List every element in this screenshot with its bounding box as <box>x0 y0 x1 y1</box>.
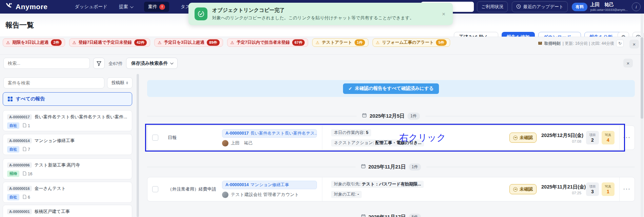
package-icon <box>538 41 542 46</box>
plan-badge: 有料 <box>572 3 587 11</box>
warning-triangle-icon: ⚠ <box>376 40 380 45</box>
case-link[interactable]: A-00000014マンション修繕工事 <box>222 181 317 189</box>
report-count: 7 <box>23 147 30 152</box>
document-icon <box>23 147 26 152</box>
case-name: マンション修繕工事 <box>35 138 75 144</box>
nav-dashboard[interactable]: ダッシュボード <box>75 4 107 10</box>
alert-pill[interactable]: ⚠予定7日以内で担当者未登録67件 <box>227 38 308 47</box>
report-date: 2025年12月5日(金) 07:08 <box>541 132 581 143</box>
calendar-icon <box>361 164 366 170</box>
report-fields: 本日の作業内容: 5 ネクストアクション: 配管工事・電線の引き... <box>322 129 509 146</box>
alert-count-badge: 42件 <box>134 39 147 46</box>
toast-message: 対象へのリンクがコピーされました。このリンクを貼り付けチャット等で共有することが… <box>212 15 414 21</box>
report-list: ✓未確認の報告をすべて確認済みにする 2025年12月5日 1件 日報 A-00… <box>147 74 635 217</box>
recent-updates-button[interactable]: 最近のアップデート <box>512 1 568 12</box>
case-name: テスト新築工事:高円寺 <box>35 162 80 168</box>
calendar-icon <box>361 214 366 217</box>
toast-link-copied: オブジェクトリンクコピー完了 対象へのリンクがコピーされました。このリンクを貼り… <box>188 3 453 25</box>
document-icon <box>23 171 26 177</box>
filter-funnel-icon[interactable] <box>93 58 105 69</box>
close-filter-row-button[interactable]: × <box>623 59 633 67</box>
alert-badge: ! <box>159 4 165 10</box>
case-search-input[interactable] <box>3 77 104 88</box>
toast-title: オブジェクトリンクコピー完了 <box>212 7 414 14</box>
calendar-icon <box>362 113 367 119</box>
case-id-badge: A-00000096 <box>7 162 32 168</box>
row-checkbox[interactable] <box>152 186 158 192</box>
case-name: 長い案件名テスト長い案件名テスト長い案件... <box>35 114 127 120</box>
case-id-badge: A-00000014 <box>7 138 32 143</box>
info-icon[interactable]: i <box>632 2 641 11</box>
anymore-logo-icon <box>5 2 13 11</box>
user-menu[interactable]: 上田 祐己 yuki.ueta+33333@anym... <box>590 2 628 12</box>
nav-proposals[interactable]: 提案 <box>119 4 133 10</box>
check-icon: ✓ <box>348 86 352 91</box>
warning-triangle-icon: ⚠ <box>158 40 161 45</box>
total-count: 全67件 <box>108 61 123 67</box>
alert-pill[interactable]: ⚠登録7日経過で予定日未登録42件 <box>69 38 150 47</box>
document-icon <box>23 195 26 200</box>
chevron-down-icon <box>130 5 134 8</box>
avatar <box>222 140 228 146</box>
page-scrollbar[interactable] <box>641 14 643 217</box>
alert-pill[interactable]: ⚠テストアラート1件 <box>312 38 368 47</box>
search-input[interactable] <box>3 58 90 69</box>
invite-badge: 招待 <box>7 171 19 177</box>
success-check-icon <box>195 7 207 20</box>
case-link[interactable]: A-00000017長い案件名テスト長い案件名テス... <box>222 129 317 138</box>
status-badge-unconfirmed[interactable]: 未確認 <box>509 184 537 194</box>
filter-row: 全67件 保存済み検索条件 × <box>0 54 644 73</box>
refresh-icon[interactable]: ↻ <box>616 40 624 47</box>
minus-circle-icon <box>513 136 518 140</box>
sort-carets-icon <box>126 81 128 84</box>
usage-status-button[interactable]: ご利用状況 <box>477 1 508 12</box>
scrollbar-thumb[interactable] <box>641 37 643 119</box>
user-email: yuki.ueta+33333@anym... <box>590 8 628 12</box>
fetch-time-info: 取得時刻 | 更新: 16分前 | 次回: 44分後 ↻ <box>538 40 624 47</box>
report-type: （外注業者用）経費申請 <box>168 186 219 192</box>
group-date: 2025年11月17日 <box>368 214 406 217</box>
report-count: 1 <box>23 123 30 129</box>
report-row[interactable]: 日報 A-00000017長い案件名テスト長い案件名テス... 上田 祐己 本日… <box>147 125 635 150</box>
row-checkbox[interactable] <box>152 135 158 141</box>
status-badge-unconfirmed[interactable]: 未確認 <box>509 133 537 143</box>
case-card[interactable]: A-00000014マンション修繕工事 自社7 <box>3 134 132 155</box>
case-card[interactable]: A-00000016金一さんテスト 自社6 <box>3 182 132 203</box>
saved-search-button[interactable]: 保存済み検索条件 <box>126 58 178 69</box>
alert-pill[interactable]: ⚠期限を3日以上超過2件 <box>3 38 65 47</box>
nav-cases[interactable]: 案件! <box>144 2 169 12</box>
brand[interactable]: Anymore <box>5 2 48 11</box>
photos-count-chip: 写真1 <box>602 182 615 196</box>
navbar-right: ご利用状況 最近のアップデート 有料 上田 祐己 yuki.ueta+33333… <box>477 0 641 14</box>
group-date: 2025年12月5日 <box>369 113 404 119</box>
warning-triangle-icon: ⚠ <box>316 40 319 45</box>
alert-pill[interactable]: ⚠予定日を3日以上超過89件 <box>154 38 223 47</box>
group-count: 1件 <box>407 113 420 120</box>
sidebar-scrollbar[interactable] <box>137 74 139 217</box>
case-card[interactable]: A-00000001板橋区戸建て工事 自社3 <box>3 205 132 217</box>
confirm-all-button[interactable]: ✓未確認の報告をすべて確認済みにする <box>343 83 439 94</box>
case-id-badge: A-00000017 <box>7 114 32 120</box>
date-group-header: 2025年11月21日 1件 <box>147 163 635 171</box>
case-card[interactable]: A-00000096テスト新築工事:高円寺 招待16 <box>3 158 132 179</box>
sidebar-item-all-reports[interactable]: すべての報告 <box>3 92 132 106</box>
alert-count-badge: 67件 <box>292 39 305 46</box>
alert-pill[interactable]: ⚠リフォーム工事のアラート5件 <box>373 38 450 47</box>
ownership-badge: 自社 <box>7 122 19 129</box>
sort-order-select[interactable]: 投稿順 <box>107 77 133 88</box>
document-icon <box>23 123 26 129</box>
close-alert-bar-button[interactable]: × <box>629 40 639 48</box>
toast-close-icon[interactable]: × <box>442 11 445 18</box>
alert-count-badge: 89件 <box>207 39 219 46</box>
row-menu-icon[interactable]: ··· <box>620 135 635 141</box>
report-row[interactable]: （外注業者用）経費申請 A-00000014マンション修繕工事 テスト建設会社 … <box>147 177 635 201</box>
row-menu-icon[interactable]: ··· <box>620 186 635 192</box>
date-group-header: 2025年11月17日 5件 <box>147 213 635 217</box>
date-group-header: 2025年12月5日 1件 <box>147 112 635 120</box>
group-date: 2025年11月21日 <box>368 164 406 170</box>
confirm-all-banner: ✓未確認の報告をすべて確認済みにする <box>147 80 635 97</box>
alert-count-badge: 1件 <box>355 39 365 46</box>
group-count: 1件 <box>409 163 421 171</box>
case-card[interactable]: A-00000017長い案件名テスト長い案件名テスト長い案件... 自社1 <box>3 110 132 131</box>
minus-circle-icon <box>513 187 518 192</box>
